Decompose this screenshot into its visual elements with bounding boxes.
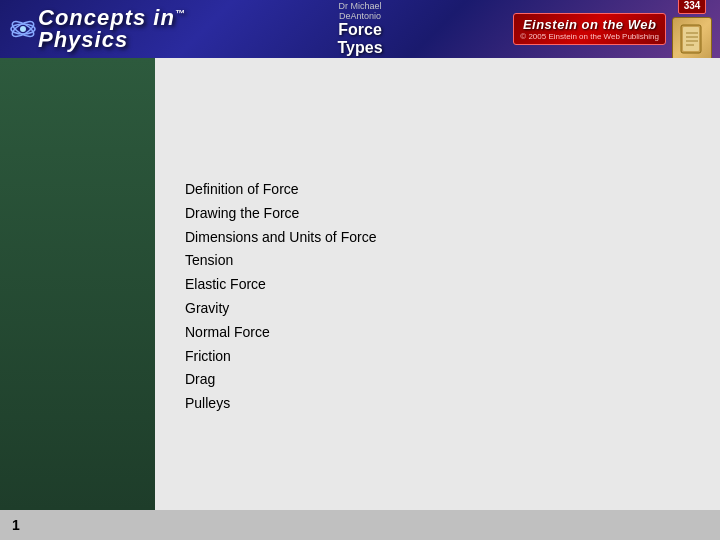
page-title: Force Types (337, 21, 382, 57)
author-name: Dr Michael DeAntonio (338, 1, 381, 21)
einstein-logo: Einstein on the Web © 2005 Einstein on t… (513, 13, 666, 45)
page-number-badge: 334 (678, 0, 707, 14)
atom-icon (8, 12, 38, 47)
topic-list-item[interactable]: Dimensions and Units of Force (185, 226, 690, 250)
topic-list-item[interactable]: Elastic Force (185, 273, 690, 297)
einstein-text-line2: © 2005 Einstein on the Web Publishing (520, 32, 659, 41)
svg-point-3 (20, 26, 26, 32)
einstein-text-line1: Einstein on the Web (523, 17, 657, 32)
topic-list-item[interactable]: Tension (185, 249, 690, 273)
footer-page-number: 1 (12, 517, 20, 533)
topic-list-item[interactable]: Drag (185, 368, 690, 392)
svg-rect-5 (683, 27, 699, 51)
topic-list-item[interactable]: Definition of Force (185, 178, 690, 202)
topic-list-item[interactable]: Friction (185, 345, 690, 369)
header-right: Einstein on the Web © 2005 Einstein on t… (513, 0, 720, 58)
topic-list: Definition of ForceDrawing the ForceDime… (185, 178, 690, 416)
content-area: Definition of ForceDrawing the ForceDime… (155, 58, 720, 510)
main-area: Definition of ForceDrawing the ForceDime… (0, 58, 720, 510)
concepts-logo: Concepts in™ Physics (38, 7, 186, 51)
logo-line1: Concepts in™ (38, 7, 186, 29)
sidebar (0, 58, 155, 510)
topic-list-item[interactable]: Normal Force (185, 321, 690, 345)
book-icon (672, 17, 712, 59)
bottom-bar: 1 (0, 510, 720, 540)
topic-list-item[interactable]: Pulleys (185, 392, 690, 416)
topic-list-item[interactable]: Gravity (185, 297, 690, 321)
topic-list-item[interactable]: Drawing the Force (185, 202, 690, 226)
header-left: Concepts in™ Physics (0, 7, 186, 51)
header-center: Dr Michael DeAntonio Force Types (337, 1, 382, 57)
header: Concepts in™ Physics Dr Michael DeAntoni… (0, 0, 720, 58)
logo-line2: Physics (38, 29, 128, 51)
